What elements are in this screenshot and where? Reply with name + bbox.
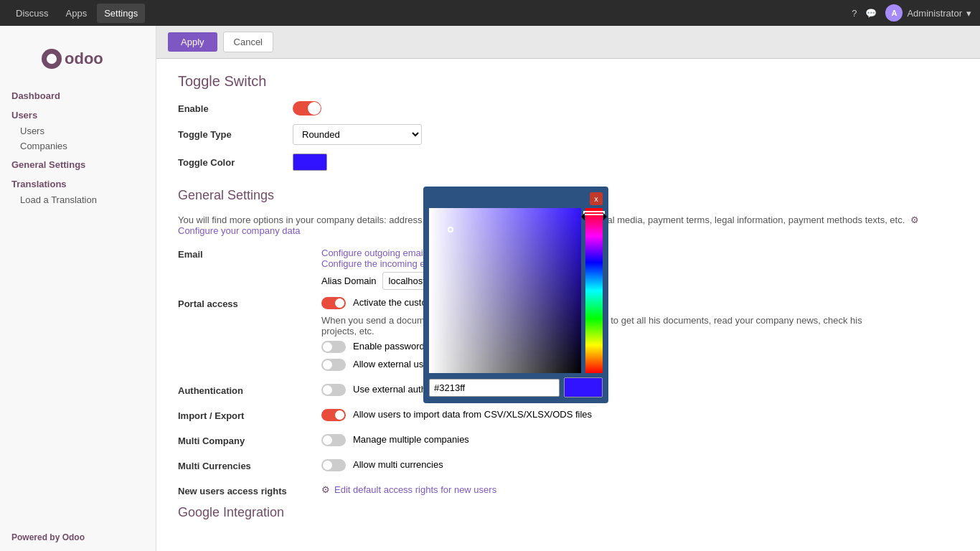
enable-toggle[interactable] <box>293 101 321 116</box>
multi-company-toggle[interactable] <box>321 434 346 446</box>
nav-settings[interactable]: Settings <box>97 4 145 23</box>
help-icon[interactable]: ? <box>852 8 857 19</box>
odoo-link[interactable]: Odoo <box>62 532 85 542</box>
oauth-row: Use external authentication providers (O… <box>321 384 958 396</box>
sidebar-item-load-translation[interactable]: Load a Translation <box>0 192 156 207</box>
gradient-inner <box>429 208 581 373</box>
import-knob <box>335 410 344 420</box>
sidebar-item-users[interactable]: Users <box>0 123 156 138</box>
powered-by: Powered by Odoo <box>0 524 156 551</box>
sidebar: odoo Dashboard Users Users Companies Gen… <box>0 26 156 551</box>
authentication-label: Authentication <box>178 384 321 396</box>
toggle-color-row: Toggle Color <box>178 154 958 171</box>
chat-icon[interactable]: 💬 <box>865 8 877 19</box>
external-users-row: Allow external users to sign in <box>321 359 958 371</box>
apply-button[interactable]: Apply <box>168 32 217 52</box>
email-controls: Configure outgoing email servers Configu… <box>321 248 958 290</box>
activate-portal-knob <box>335 298 344 308</box>
oauth-toggle[interactable] <box>321 384 346 396</box>
hue-cursor-left <box>581 213 585 220</box>
gear-icon: ⚙ <box>910 215 919 225</box>
password-reset-toggle[interactable] <box>321 341 346 353</box>
portal-access-controls: Activate the customer portal When you se… <box>321 297 958 377</box>
import-export-controls: Allow users to import data from CSV/XLS/… <box>321 409 958 427</box>
import-row: Allow users to import data from CSV/XLS/… <box>321 409 958 421</box>
hue-bar[interactable] <box>585 208 603 373</box>
multi-currencies-setting: Multi Currencies Allow multi currencies <box>178 459 958 477</box>
multi-company-label: Multi Company <box>178 434 321 446</box>
hue-cursor[interactable] <box>583 211 605 215</box>
password-reset-knob <box>323 342 332 352</box>
new-users-label: New users access rights <box>178 484 321 496</box>
allow-currencies-row: Allow multi currencies <box>321 459 958 471</box>
toggle-type-dropdown[interactable]: Rounded Square <box>293 124 422 145</box>
sidebar-section-dashboard: Dashboard <box>0 88 156 104</box>
color-gradient[interactable] <box>429 208 581 373</box>
enable-label: Enable <box>178 103 293 114</box>
toggle-switch-title: Toggle Switch <box>178 73 958 90</box>
multi-company-setting: Multi Company Manage multiple companies <box>178 434 958 452</box>
edit-access-rights-link[interactable]: Edit default access rights for new users <box>334 484 496 495</box>
svg-text:odoo: odoo <box>65 50 103 67</box>
color-picker-bottom <box>429 377 603 397</box>
sidebar-item-companies[interactable]: Companies <box>0 138 156 154</box>
new-users-controls: ⚙ Edit default access rights for new use… <box>321 484 958 495</box>
configure-company-link[interactable]: Configure your company data <box>178 225 301 236</box>
multi-currencies-label: Multi Currencies <box>178 459 321 471</box>
logo: odoo <box>0 37 156 88</box>
sidebar-item-dashboard[interactable]: Dashboard <box>0 88 156 104</box>
avatar: A <box>885 4 903 22</box>
color-picker-body <box>429 208 603 373</box>
color-swatch[interactable] <box>293 154 327 171</box>
toggle-switch-section: Toggle Switch Enable Toggle Type Rounded… <box>178 73 958 171</box>
import-toggle[interactable] <box>321 409 346 421</box>
sidebar-section-users: Users Users Companies <box>0 107 156 154</box>
activate-portal-row: Activate the customer portal <box>321 297 958 309</box>
toggle-type-select[interactable]: Rounded Square <box>293 125 421 144</box>
toggle-color-label: Toggle Color <box>178 157 293 168</box>
color-picker-header: x <box>429 192 603 205</box>
sidebar-section-general: General Settings <box>0 156 156 173</box>
color-picker-close[interactable]: x <box>590 192 603 205</box>
email-label: Email <box>178 248 321 260</box>
import-export-setting: Import / Export Allow users to import da… <box>178 409 958 427</box>
sidebar-item-translations[interactable]: Translations <box>0 176 156 192</box>
toolbar: Apply Cancel <box>156 26 980 59</box>
multi-currencies-toggle[interactable] <box>321 459 346 471</box>
manage-companies-row: Manage multiple companies <box>321 434 958 446</box>
portal-access-label: Portal access <box>178 297 321 309</box>
top-nav-items: Discuss Apps Settings <box>9 4 145 23</box>
odoo-logo: odoo <box>39 44 118 73</box>
external-users-knob <box>323 360 332 369</box>
sidebar-item-general-settings[interactable]: General Settings <box>0 156 156 173</box>
gradient-cursor <box>448 227 453 232</box>
admin-menu[interactable]: A Administrator ▾ <box>885 4 971 22</box>
sidebar-item-users-section[interactable]: Users <box>0 107 156 123</box>
authentication-controls: Use external authentication providers (O… <box>321 384 958 402</box>
top-nav-right: ? 💬 A Administrator ▾ <box>852 4 971 22</box>
new-users-setting: New users access rights ⚙ Edit default a… <box>178 484 958 496</box>
gear-icon: ⚙ <box>321 484 330 495</box>
multi-currencies-controls: Allow multi currencies <box>321 459 958 477</box>
nav-discuss[interactable]: Discuss <box>9 4 56 23</box>
toggle-type-row: Toggle Type Rounded Square <box>178 124 958 145</box>
cancel-button[interactable]: Cancel <box>223 32 273 52</box>
import-export-label: Import / Export <box>178 409 321 421</box>
hue-cursor-right <box>603 213 607 220</box>
sidebar-section-translations: Translations Load a Translation <box>0 176 156 207</box>
hex-input[interactable] <box>429 379 560 397</box>
import-label: Allow users to import data from CSV/XLS/… <box>353 409 592 420</box>
external-users-toggle[interactable] <box>321 359 346 371</box>
toggle-knob <box>308 102 321 115</box>
alias-domain-label: Alias Domain <box>321 276 377 286</box>
activate-portal-toggle[interactable] <box>321 297 346 309</box>
multi-currencies-knob <box>323 461 332 470</box>
color-preview <box>564 377 603 397</box>
admin-label: Administrator <box>907 8 962 19</box>
manage-companies-label: Manage multiple companies <box>353 434 469 445</box>
top-navigation: Discuss Apps Settings ? 💬 A Administrato… <box>0 0 980 26</box>
chevron-down-icon: ▾ <box>966 8 971 19</box>
nav-apps[interactable]: Apps <box>59 4 95 23</box>
toggle-type-label: Toggle Type <box>178 129 293 140</box>
color-picker: x <box>423 187 608 403</box>
